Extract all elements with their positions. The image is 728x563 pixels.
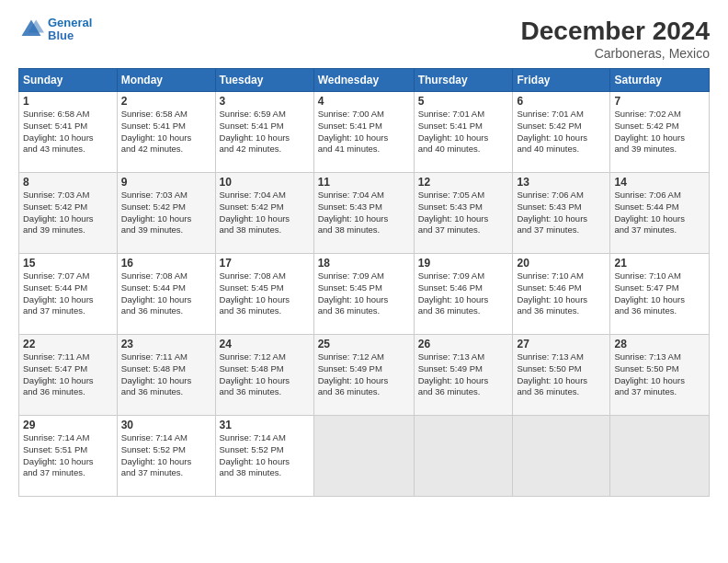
table-row: 6Sunrise: 7:01 AMSunset: 5:42 PMDaylight… bbox=[513, 92, 610, 173]
header: General Blue December 2024 Carboneras, M… bbox=[18, 17, 710, 61]
day-info: Sunrise: 7:08 AMSunset: 5:44 PMDaylight:… bbox=[121, 270, 211, 317]
table-row bbox=[414, 416, 513, 497]
day-info: Sunrise: 7:14 AMSunset: 5:51 PMDaylight:… bbox=[23, 432, 113, 479]
day-info: Sunrise: 7:05 AMSunset: 5:43 PMDaylight:… bbox=[418, 190, 509, 236]
col-header-thursday: Thursday bbox=[414, 69, 513, 92]
table-row bbox=[313, 416, 414, 497]
page: General Blue December 2024 Carboneras, M… bbox=[0, 0, 728, 563]
day-number: 11 bbox=[318, 176, 410, 189]
day-info: Sunrise: 6:58 AMSunset: 5:41 PMDaylight:… bbox=[121, 109, 211, 155]
day-number: 27 bbox=[517, 338, 606, 350]
day-number: 4 bbox=[318, 95, 410, 108]
table-row: 19Sunrise: 7:09 AMSunset: 5:46 PMDayligh… bbox=[414, 254, 513, 335]
table-row: 22Sunrise: 7:11 AMSunset: 5:47 PMDayligh… bbox=[19, 335, 118, 416]
day-info: Sunrise: 6:59 AMSunset: 5:41 PMDaylight:… bbox=[220, 109, 310, 155]
day-number: 18 bbox=[318, 257, 410, 270]
table-row: 24Sunrise: 7:12 AMSunset: 5:48 PMDayligh… bbox=[215, 335, 313, 416]
day-number: 31 bbox=[220, 419, 310, 431]
day-info: Sunrise: 7:09 AMSunset: 5:46 PMDaylight:… bbox=[418, 270, 509, 317]
table-row: 8Sunrise: 7:03 AMSunset: 5:42 PMDaylight… bbox=[19, 173, 118, 254]
logo-text: General Blue bbox=[48, 17, 92, 43]
day-info: Sunrise: 6:58 AMSunset: 5:41 PMDaylight:… bbox=[23, 109, 113, 155]
logo-blue: Blue bbox=[48, 29, 74, 42]
table-row: 23Sunrise: 7:11 AMSunset: 5:48 PMDayligh… bbox=[117, 335, 215, 416]
table-row: 3Sunrise: 6:59 AMSunset: 5:41 PMDaylight… bbox=[215, 92, 313, 173]
col-header-friday: Friday bbox=[513, 69, 610, 92]
day-number: 14 bbox=[614, 176, 705, 189]
day-number: 29 bbox=[23, 419, 113, 431]
col-header-monday: Monday bbox=[117, 69, 215, 92]
day-number: 26 bbox=[418, 338, 509, 350]
day-info: Sunrise: 7:07 AMSunset: 5:44 PMDaylight:… bbox=[23, 270, 113, 317]
table-row: 21Sunrise: 7:10 AMSunset: 5:47 PMDayligh… bbox=[610, 254, 710, 335]
col-header-saturday: Saturday bbox=[610, 69, 710, 92]
table-row: 9Sunrise: 7:03 AMSunset: 5:42 PMDaylight… bbox=[117, 173, 215, 254]
table-row: 13Sunrise: 7:06 AMSunset: 5:43 PMDayligh… bbox=[513, 173, 610, 254]
table-row: 7Sunrise: 7:02 AMSunset: 5:42 PMDaylight… bbox=[610, 92, 710, 173]
table-row: 29Sunrise: 7:14 AMSunset: 5:51 PMDayligh… bbox=[19, 416, 118, 497]
day-info: Sunrise: 7:09 AMSunset: 5:45 PMDaylight:… bbox=[318, 270, 410, 317]
day-info: Sunrise: 7:12 AMSunset: 5:49 PMDaylight:… bbox=[318, 351, 410, 398]
day-number: 7 bbox=[614, 95, 705, 108]
table-row: 17Sunrise: 7:08 AMSunset: 5:45 PMDayligh… bbox=[215, 254, 313, 335]
table-row: 10Sunrise: 7:04 AMSunset: 5:42 PMDayligh… bbox=[215, 173, 313, 254]
col-header-tuesday: Tuesday bbox=[215, 69, 313, 92]
subtitle: Carboneras, Mexico bbox=[521, 46, 710, 61]
main-title: December 2024 bbox=[521, 17, 710, 46]
table-row: 26Sunrise: 7:13 AMSunset: 5:49 PMDayligh… bbox=[414, 335, 513, 416]
day-number: 24 bbox=[220, 338, 310, 350]
col-header-wednesday: Wednesday bbox=[313, 69, 414, 92]
table-row: 12Sunrise: 7:05 AMSunset: 5:43 PMDayligh… bbox=[414, 173, 513, 254]
table-row: 18Sunrise: 7:09 AMSunset: 5:45 PMDayligh… bbox=[313, 254, 414, 335]
day-number: 12 bbox=[418, 176, 509, 189]
day-info: Sunrise: 7:06 AMSunset: 5:43 PMDaylight:… bbox=[517, 190, 606, 236]
day-number: 28 bbox=[614, 338, 705, 350]
day-number: 13 bbox=[517, 176, 606, 189]
day-number: 30 bbox=[121, 419, 211, 431]
day-number: 6 bbox=[517, 95, 606, 108]
day-number: 1 bbox=[23, 95, 113, 108]
table-row: 27Sunrise: 7:13 AMSunset: 5:50 PMDayligh… bbox=[513, 335, 610, 416]
table-row bbox=[610, 416, 710, 497]
day-number: 19 bbox=[418, 257, 509, 270]
day-info: Sunrise: 7:14 AMSunset: 5:52 PMDaylight:… bbox=[220, 432, 310, 479]
day-number: 3 bbox=[220, 95, 310, 108]
table-row: 4Sunrise: 7:00 AMSunset: 5:41 PMDaylight… bbox=[313, 92, 414, 173]
logo-icon bbox=[18, 17, 44, 42]
table-row: 28Sunrise: 7:13 AMSunset: 5:50 PMDayligh… bbox=[610, 335, 710, 416]
table-row bbox=[513, 416, 610, 497]
table-row: 16Sunrise: 7:08 AMSunset: 5:44 PMDayligh… bbox=[117, 254, 215, 335]
day-info: Sunrise: 7:01 AMSunset: 5:42 PMDaylight:… bbox=[517, 109, 606, 155]
table-row: 1Sunrise: 6:58 AMSunset: 5:41 PMDaylight… bbox=[19, 92, 118, 173]
day-number: 21 bbox=[614, 257, 705, 270]
table-row: 14Sunrise: 7:06 AMSunset: 5:44 PMDayligh… bbox=[610, 173, 710, 254]
day-number: 9 bbox=[121, 176, 211, 189]
day-info: Sunrise: 7:00 AMSunset: 5:41 PMDaylight:… bbox=[318, 109, 410, 155]
day-info: Sunrise: 7:04 AMSunset: 5:43 PMDaylight:… bbox=[318, 190, 410, 236]
day-number: 10 bbox=[220, 176, 310, 189]
day-number: 2 bbox=[121, 95, 211, 108]
day-number: 20 bbox=[517, 257, 606, 270]
table-row: 15Sunrise: 7:07 AMSunset: 5:44 PMDayligh… bbox=[19, 254, 118, 335]
day-number: 16 bbox=[121, 257, 211, 270]
day-info: Sunrise: 7:11 AMSunset: 5:47 PMDaylight:… bbox=[23, 351, 113, 398]
table-row: 5Sunrise: 7:01 AMSunset: 5:41 PMDaylight… bbox=[414, 92, 513, 173]
day-number: 22 bbox=[23, 338, 113, 350]
day-info: Sunrise: 7:02 AMSunset: 5:42 PMDaylight:… bbox=[614, 109, 705, 155]
table-row: 20Sunrise: 7:10 AMSunset: 5:46 PMDayligh… bbox=[513, 254, 610, 335]
table-row: 30Sunrise: 7:14 AMSunset: 5:52 PMDayligh… bbox=[117, 416, 215, 497]
logo-general: General bbox=[48, 16, 92, 29]
day-info: Sunrise: 7:10 AMSunset: 5:46 PMDaylight:… bbox=[517, 270, 606, 317]
day-number: 15 bbox=[23, 257, 113, 270]
table-row: 2Sunrise: 6:58 AMSunset: 5:41 PMDaylight… bbox=[117, 92, 215, 173]
day-info: Sunrise: 7:13 AMSunset: 5:50 PMDaylight:… bbox=[517, 351, 606, 398]
day-number: 23 bbox=[121, 338, 211, 350]
day-info: Sunrise: 7:13 AMSunset: 5:50 PMDaylight:… bbox=[614, 351, 705, 398]
table-row: 31Sunrise: 7:14 AMSunset: 5:52 PMDayligh… bbox=[215, 416, 313, 497]
day-info: Sunrise: 7:12 AMSunset: 5:48 PMDaylight:… bbox=[220, 351, 310, 398]
day-info: Sunrise: 7:03 AMSunset: 5:42 PMDaylight:… bbox=[121, 190, 211, 236]
table-row: 11Sunrise: 7:04 AMSunset: 5:43 PMDayligh… bbox=[313, 173, 414, 254]
day-info: Sunrise: 7:01 AMSunset: 5:41 PMDaylight:… bbox=[418, 109, 509, 155]
day-number: 5 bbox=[418, 95, 509, 108]
day-number: 17 bbox=[220, 257, 310, 270]
